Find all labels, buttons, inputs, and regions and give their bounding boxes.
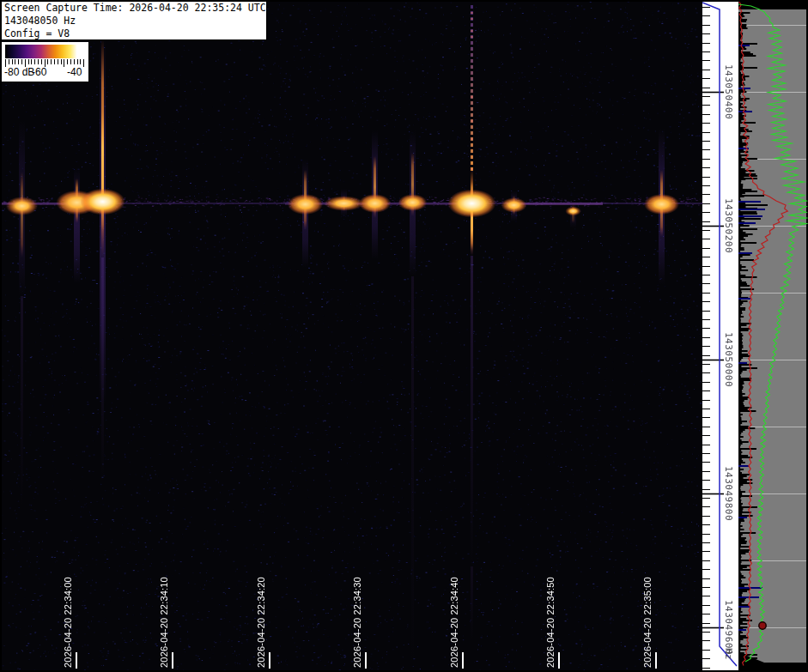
capture-time-line: Screen Capture Time: 2026-04-20 22:35:24…	[4, 2, 266, 15]
db-label-40: -40	[67, 66, 82, 78]
spectrum-panel	[738, 2, 808, 670]
color-scale-legend: -80 dB -60 -40	[2, 42, 89, 82]
color-scale-gradient	[5, 45, 84, 58]
db-label-80: -80 dB	[4, 66, 34, 78]
color-scale-labels: -80 dB -60 -40	[2, 65, 89, 81]
db-label-60: -60	[32, 66, 46, 78]
screen-capture-root: Screen Capture Time: 2026-04-20 22:35:24…	[0, 0, 808, 672]
frequency-line: 143048050 Hz	[4, 15, 266, 27]
frequency-axis-scale	[702, 2, 738, 670]
spectrogram-waterfall	[2, 2, 702, 670]
capture-info-box: Screen Capture Time: 2026-04-20 22:35:24…	[2, 2, 267, 40]
config-line: Config = V8	[4, 27, 266, 40]
